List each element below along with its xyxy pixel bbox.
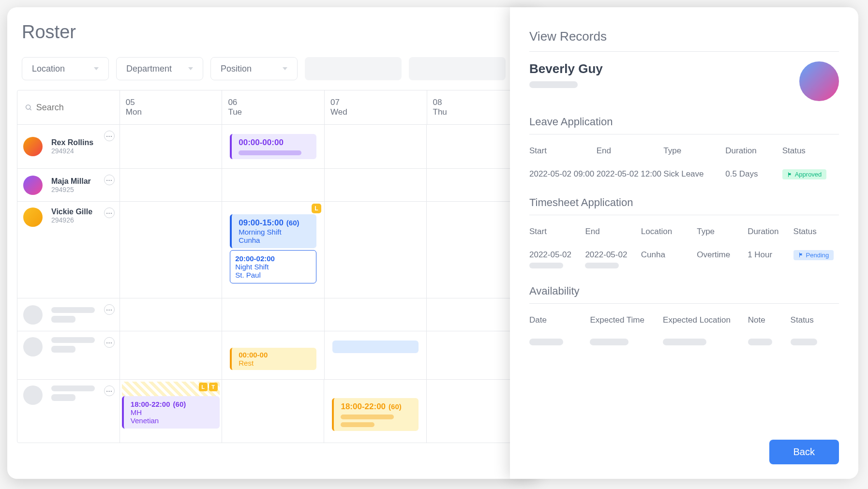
- grid-header: 05 Mon 06 Tue 07 Wed 08 Thu: [17, 90, 529, 125]
- day-num: 05: [126, 98, 216, 107]
- day-cell[interactable]: 18:00-22:00(60): [324, 380, 427, 443]
- table-header: Start End Type Duration Status: [529, 139, 839, 163]
- search-input[interactable]: [36, 103, 112, 113]
- skeleton-line: [51, 307, 95, 313]
- day-cell[interactable]: L T 18:00-22:00(60) MH Venetian: [120, 380, 222, 443]
- more-button[interactable]: ⋯: [104, 207, 115, 218]
- col-end: End: [597, 146, 664, 156]
- employee-row: Maja Millar 294925 ⋯: [17, 169, 529, 202]
- shift-block[interactable]: 20:00-02:00 Night Shift St. Paul: [230, 250, 316, 283]
- day-name: Mon: [126, 107, 216, 117]
- table-row[interactable]: 2022-05-02 2022-05-02 Cunha Overtime 1 H…: [529, 243, 839, 275]
- table-header: Date Expected Time Expected Location Not…: [529, 309, 839, 332]
- skeleton-line: [529, 339, 563, 345]
- shift-block[interactable]: 09:00-15:00(60) Morning Shift Cunha: [230, 214, 316, 248]
- day-cell[interactable]: [325, 169, 427, 201]
- more-button[interactable]: ⋯: [104, 131, 115, 141]
- col-start: Start: [529, 146, 597, 156]
- day-cell[interactable]: [325, 331, 427, 379]
- more-button[interactable]: ⋯: [104, 385, 115, 396]
- table-row[interactable]: 2022-05-02 09:00 2022-05-02 12:00 Sick L…: [529, 163, 839, 187]
- shift-time: 20:00-02:00: [235, 254, 311, 263]
- avatar-placeholder: [23, 385, 43, 405]
- day-cell[interactable]: 00:00-00 Rest: [222, 331, 325, 379]
- status-text: Pending: [806, 252, 829, 259]
- skeleton-line: [239, 150, 301, 155]
- avatar-placeholder: [23, 305, 43, 325]
- more-button[interactable]: ⋯: [104, 337, 115, 348]
- employee-cell[interactable]: Rex Rollins 294924 ⋯: [17, 125, 120, 168]
- skeleton-line: [51, 346, 75, 353]
- cell-duration: 0.5 Days: [725, 169, 782, 180]
- employee-id: 294926: [51, 216, 114, 224]
- skeleton-line: [51, 316, 75, 323]
- day-cell[interactable]: [325, 125, 427, 168]
- filter-department-label: Department: [126, 64, 172, 74]
- avatar: [23, 137, 43, 156]
- employee-cell[interactable]: ⋯: [17, 298, 120, 331]
- col-status: Status: [791, 315, 839, 325]
- svg-point-0: [26, 105, 30, 109]
- day-cell[interactable]: [120, 125, 223, 168]
- shift-time: 00:00-00: [239, 351, 312, 359]
- employee-cell[interactable]: ⋯: [17, 331, 120, 379]
- skeleton-line: [341, 415, 394, 419]
- day-cell[interactable]: [325, 298, 427, 331]
- shift-break: (60): [173, 400, 186, 408]
- shift-block[interactable]: 18:00-22:00(60) MH Venetian: [122, 396, 220, 429]
- day-cell[interactable]: [222, 298, 325, 331]
- skeleton-line: [590, 339, 629, 345]
- chevron-down-icon: [283, 67, 287, 70]
- day-cell[interactable]: L 09:00-15:00(60) Morning Shift Cunha 20…: [222, 202, 325, 298]
- search-icon: [25, 103, 32, 112]
- day-cell[interactable]: [120, 169, 223, 201]
- time-badge: T: [209, 383, 218, 391]
- employee-header: Beverly Guy: [529, 61, 839, 101]
- shift-placeholder[interactable]: [332, 341, 419, 353]
- shift-block[interactable]: 00:00-00:00: [230, 134, 316, 159]
- employee-cell[interactable]: Maja Millar 294925 ⋯: [17, 169, 120, 201]
- filter-placeholder[interactable]: [305, 57, 402, 80]
- day-cell[interactable]: [120, 298, 223, 331]
- employee-id: 294924: [51, 147, 114, 155]
- day-cell[interactable]: [325, 202, 427, 298]
- filter-placeholder[interactable]: [409, 57, 506, 80]
- employee-row: ⋯ 00:00-00 Rest: [17, 331, 529, 380]
- day-num: 06: [228, 98, 318, 107]
- filter-location[interactable]: Location: [22, 57, 109, 80]
- shift-badges: L T: [199, 383, 218, 391]
- avatar: [799, 61, 839, 101]
- employee-name: Rex Rollins: [51, 138, 114, 147]
- more-button[interactable]: ⋯: [104, 304, 115, 315]
- filter-department[interactable]: Department: [116, 57, 203, 80]
- svg-line-1: [30, 109, 31, 110]
- cell-end: 2022-05-02: [585, 250, 641, 268]
- skeleton-line: [585, 263, 619, 268]
- table-header: Start End Location Type Duration Status: [529, 220, 839, 243]
- skeleton-line: [529, 81, 578, 88]
- skeleton-line: [748, 339, 772, 345]
- back-button[interactable]: Back: [769, 440, 839, 464]
- employee-cell[interactable]: Vickie Gille 294926 ⋯: [17, 202, 120, 298]
- col-location: Location: [641, 227, 697, 237]
- filter-position[interactable]: Position: [210, 57, 298, 80]
- employee-id: 294925: [51, 186, 114, 193]
- day-cell[interactable]: [222, 380, 325, 443]
- employee-row: Rex Rollins 294924 ⋯ 00:00-00:00: [17, 125, 529, 169]
- day-cell[interactable]: [120, 202, 223, 298]
- more-button[interactable]: ⋯: [104, 175, 115, 185]
- col-duration: Duration: [725, 146, 782, 156]
- section-availability-title: Availability: [529, 285, 839, 304]
- flag-icon: [787, 172, 793, 178]
- day-cell[interactable]: [222, 169, 325, 201]
- records-panel: View Records Beverly Guy Leave Applicati…: [510, 7, 858, 479]
- day-cell[interactable]: [120, 331, 223, 379]
- shift-block[interactable]: 18:00-22:00(60): [332, 398, 419, 431]
- skeleton-line: [529, 263, 563, 268]
- shift-time: 09:00-15:00: [239, 218, 284, 227]
- shift-label: MH: [131, 408, 215, 416]
- day-cell[interactable]: 00:00-00:00: [222, 125, 325, 168]
- employee-cell[interactable]: ⋯: [17, 380, 120, 443]
- shift-block[interactable]: 00:00-00 Rest: [230, 348, 316, 370]
- day-header-tue: 06 Tue: [222, 90, 325, 124]
